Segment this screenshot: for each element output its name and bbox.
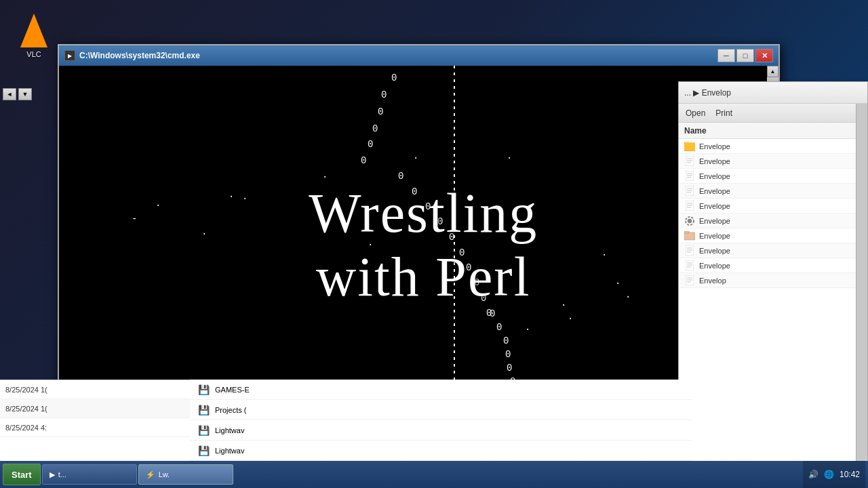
cmd-main-text: Wrestling with Perl xyxy=(309,182,538,310)
file-icon xyxy=(684,260,695,271)
file-icon xyxy=(684,141,695,152)
open-button[interactable]: Open xyxy=(686,108,705,118)
explorer-item[interactable]: Envelope xyxy=(679,184,856,199)
print-button[interactable]: Print xyxy=(715,108,732,118)
explorer-list: EnvelopeEnvelopeEnvelopeEnvelopeEnvelope… xyxy=(679,139,867,487)
cmd-titlebar: C:\Windows\system32\cmd.exe ─ □ ✕ xyxy=(59,45,778,66)
file-date: 8/25/2024 1( xyxy=(5,405,73,413)
file-icon xyxy=(684,201,695,211)
svg-rect-5 xyxy=(686,156,694,166)
file-icon xyxy=(684,186,695,197)
explorer-item[interactable]: Envelope xyxy=(679,258,856,273)
drives-panel: 💾GAMES-E💾Projects (💾Lightwav💾Lightwav xyxy=(190,380,692,461)
explorer-item[interactable]: Envelope xyxy=(679,139,856,154)
nav-arrow-left[interactable]: ◄ xyxy=(3,88,16,100)
cmd-close-button[interactable]: ✕ xyxy=(755,49,773,62)
falling-char: 0 xyxy=(398,171,403,182)
falling-char: . xyxy=(229,189,234,200)
taskbar-item-1[interactable]: ▶ t... xyxy=(42,464,137,485)
svg-rect-23 xyxy=(684,232,695,240)
explorer-item[interactable]: Envelope xyxy=(679,228,856,243)
falling-char: . xyxy=(155,198,161,209)
explorer-scrollbar[interactable] xyxy=(856,104,867,487)
file-icon xyxy=(684,156,695,167)
drive-icon: 💾 xyxy=(198,445,210,456)
cmd-minimize-button[interactable]: ─ xyxy=(717,49,735,62)
file-name: Envelope xyxy=(699,142,730,150)
scrollbar-up-arrow[interactable]: ▲ xyxy=(767,66,778,77)
falling-char: 0 xyxy=(378,106,383,117)
falling-char: 0 xyxy=(503,336,509,346)
falling-char: 0 xyxy=(505,349,511,360)
falling-char: 0 xyxy=(372,123,378,134)
explorer-item[interactable]: Envelope xyxy=(679,214,856,228)
svg-point-21 xyxy=(688,219,692,223)
falling-char: . xyxy=(201,226,207,237)
file-name: Envelope xyxy=(699,157,730,165)
taskbar-item2-icon: ⚡ xyxy=(146,470,155,479)
file-icon xyxy=(684,216,695,226)
drive-label: Projects ( xyxy=(215,406,246,414)
explorer-breadcrumb: ... ▶ Envelop xyxy=(684,88,731,98)
explorer-item[interactable]: Envelope xyxy=(679,243,856,258)
cmd-text-line2: with Perl xyxy=(309,245,538,309)
tray-icon-1: 🔊 xyxy=(808,470,818,479)
svg-rect-13 xyxy=(686,186,694,196)
falling-char: . xyxy=(322,169,328,180)
svg-rect-24 xyxy=(684,231,689,233)
vlc-icon[interactable]: VLC xyxy=(14,14,54,61)
vlc-label: VLC xyxy=(26,50,41,58)
drive-item[interactable]: 💾Lightwav xyxy=(190,420,692,441)
file-icon xyxy=(684,230,695,241)
falling-char: . xyxy=(615,276,620,287)
explorer-item[interactable]: Envelop xyxy=(679,273,856,288)
vlc-cone-icon xyxy=(17,14,51,47)
system-tray: 🔊 🌐 10:42 xyxy=(803,461,865,488)
file-name: Envelope xyxy=(699,232,730,240)
cmd-maximize-button[interactable]: □ xyxy=(736,49,754,62)
drive-item[interactable]: 💾Lightwav xyxy=(190,441,692,461)
falling-char: . xyxy=(568,311,573,322)
file-icon xyxy=(684,275,695,286)
file-name: Envelop xyxy=(699,277,726,285)
falling-char: 0 xyxy=(361,155,366,166)
file-explorer: ... ▶ Envelop Open Print Name EnvelopeEn… xyxy=(678,81,868,488)
file-icon xyxy=(684,171,695,182)
nav-arrows: ◄ ▼ xyxy=(3,88,32,100)
drive-label: GAMES-E xyxy=(215,386,250,394)
file-name: Envelope xyxy=(699,187,730,195)
taskbar-item1-icon: ▶ xyxy=(50,470,55,479)
svg-rect-29 xyxy=(686,260,694,270)
start-button[interactable]: Start xyxy=(3,464,41,485)
explorer-item[interactable]: Envelope xyxy=(679,169,856,184)
nav-arrow-down[interactable]: ▼ xyxy=(18,88,32,100)
explorer-item[interactable]: Envelope xyxy=(679,154,856,169)
falling-char: - xyxy=(132,214,137,224)
drive-icon: 💾 xyxy=(198,425,210,436)
cmd-text-line1: Wrestling xyxy=(309,182,538,245)
file-name: Envelope xyxy=(699,262,730,270)
falling-char: 0 xyxy=(391,73,397,83)
drive-icon: 💾 xyxy=(198,405,210,415)
drive-item[interactable]: 💾Projects ( xyxy=(190,400,692,420)
drive-item[interactable]: 💾GAMES-E xyxy=(190,380,692,400)
falling-char: 0 xyxy=(368,139,373,150)
file-date: 8/25/2024 4: xyxy=(5,424,73,432)
file-date: 8/25/2024 1( xyxy=(5,386,73,394)
falling-char: 0 xyxy=(381,89,387,100)
breadcrumb-text: ... ▶ Envelop xyxy=(684,88,731,98)
tray-icon-2: 🌐 xyxy=(824,470,834,479)
falling-char: . xyxy=(625,289,631,300)
taskbar-item-2[interactable]: ⚡ Lw. xyxy=(138,464,233,485)
svg-rect-9 xyxy=(686,171,694,181)
cmd-title-icon xyxy=(64,50,75,61)
cmd-controls: ─ □ ✕ xyxy=(717,49,773,62)
explorer-item[interactable]: Envelope xyxy=(679,199,856,214)
drive-icon: 💾 xyxy=(198,384,210,395)
start-label: Start xyxy=(12,470,32,480)
falling-char: . xyxy=(525,322,530,333)
falling-char: . xyxy=(413,150,418,161)
file-name: Envelope xyxy=(699,247,730,255)
file-name: Envelope xyxy=(699,202,730,210)
falling-char: . xyxy=(601,247,607,258)
